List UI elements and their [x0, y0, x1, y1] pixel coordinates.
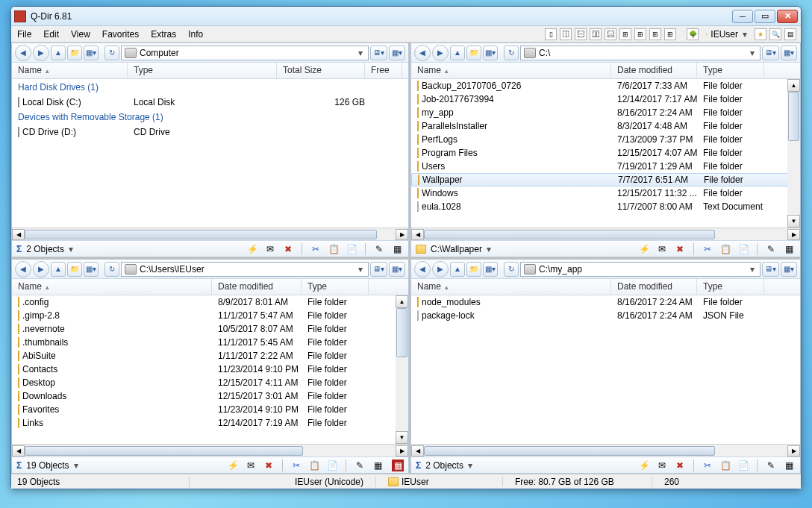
filter-icon[interactable]: ⚡ — [246, 242, 259, 256]
scroll-thumb[interactable] — [25, 230, 377, 239]
layout-3a-icon[interactable]: ⿲ — [590, 28, 602, 40]
list-item[interactable]: .thumbnails11/1/2017 5:45 AMFile folder — [12, 336, 408, 349]
fwd-button[interactable]: ▶ — [33, 261, 49, 277]
tree-toggle-icon[interactable]: 🌳 — [687, 28, 699, 40]
list-item[interactable]: PerfLogs7/13/2009 7:37 PMFile folder — [411, 133, 800, 146]
copy-button[interactable]: ▦▾ — [781, 46, 797, 60]
refresh-button[interactable]: ↻ — [104, 262, 119, 277]
scroll-thumb[interactable] — [396, 308, 407, 357]
close-button[interactable]: ✕ — [777, 10, 798, 23]
mail-icon[interactable]: ✉ — [244, 459, 257, 472]
address-dropdown-icon[interactable]: ▾ — [356, 264, 365, 275]
mail-icon[interactable]: ✉ — [655, 459, 669, 472]
column-type[interactable]: Type — [128, 63, 277, 78]
column-date-modified[interactable]: Date modified — [611, 279, 697, 295]
menu-file[interactable]: File — [11, 27, 37, 42]
menu-view[interactable]: View — [65, 27, 96, 42]
fwd-button[interactable]: ▶ — [432, 45, 449, 61]
column-name[interactable]: Name ▲ — [12, 279, 212, 295]
column-name[interactable]: Name ▲ — [411, 279, 611, 295]
column-type[interactable]: Type — [697, 63, 764, 78]
refresh-button[interactable]: ↻ — [504, 262, 519, 277]
list-item[interactable]: Local Disk (C:)Local Disk126 GB — [12, 95, 408, 109]
scroll-thumb[interactable] — [25, 446, 303, 456]
address-dropdown-icon[interactable]: ▾ — [748, 264, 757, 275]
refresh-button[interactable]: ↻ — [504, 46, 519, 60]
titlebar[interactable]: Q-Dir 6.81 ─ ▭ ✕ — [11, 7, 801, 26]
scroll-left-icon[interactable]: ◀ — [411, 445, 424, 457]
layout-4-icon[interactable]: ⊞ — [619, 28, 631, 40]
group-header[interactable]: Hard Disk Drives (1) — [12, 79, 408, 95]
list-item[interactable]: CD Drive (D:)CD Drive — [12, 125, 408, 139]
scroll-up-icon[interactable]: ▲ — [787, 79, 800, 92]
folders-button[interactable]: 📁 — [466, 262, 481, 277]
layout-4c-icon[interactable]: ⊞ — [649, 28, 661, 40]
filter-icon[interactable]: ⚡ — [637, 242, 651, 256]
layout-4d-icon[interactable]: ⊞ — [664, 28, 676, 40]
back-button[interactable]: ◀ — [414, 45, 431, 61]
menu-edit[interactable]: Edit — [37, 27, 65, 42]
folders-button[interactable]: 📁 — [67, 46, 82, 60]
file-list[interactable]: Backup_20170706_07267/6/2017 7:33 AMFile… — [411, 79, 800, 228]
list-item[interactable]: Backup_20170706_07267/6/2017 7:33 AMFile… — [411, 79, 800, 92]
list-item[interactable]: Users7/19/2017 1:29 AMFile folder — [411, 160, 800, 173]
address-bar[interactable]: C:\▾ — [520, 46, 761, 60]
menu-favorites[interactable]: Favorites — [96, 27, 145, 42]
copy-button[interactable]: ▦▾ — [781, 262, 797, 277]
horizontal-scrollbar[interactable]: ◀▶ — [411, 228, 800, 240]
fwd-button[interactable]: ▶ — [432, 261, 449, 277]
list-item[interactable]: ParallelsInstaller8/3/2017 4:48 AMFile f… — [411, 119, 800, 133]
copy-icon[interactable]: 📋 — [719, 242, 732, 256]
menu-icon[interactable]: ▤ — [784, 28, 796, 40]
address-bar[interactable]: Computer▾ — [121, 46, 369, 60]
record-icon[interactable]: ▦ — [392, 460, 404, 471]
column-total-size[interactable]: Total Size — [277, 63, 365, 78]
monitor-button[interactable]: 🖥▾ — [370, 46, 387, 60]
refresh-button[interactable]: ↻ — [104, 46, 119, 60]
cut-icon[interactable]: ✂ — [290, 459, 303, 472]
list-item[interactable]: Wallpaper7/7/2017 6:51 AMFile folder — [411, 173, 800, 186]
monitor-button[interactable]: 🖥▾ — [370, 262, 387, 277]
list-item[interactable]: Downloads12/15/2017 3:01 AMFile folder — [12, 389, 408, 403]
maximize-button[interactable]: ▭ — [755, 10, 775, 23]
cut-icon[interactable]: ✂ — [701, 459, 714, 472]
list-item[interactable]: Program Files12/15/2017 4:07 AMFile fold… — [411, 146, 800, 160]
props-icon[interactable]: ▦ — [782, 242, 796, 256]
magnify-icon[interactable]: 🔍 — [769, 28, 781, 40]
views-button[interactable]: ▦▾ — [84, 262, 99, 277]
column-free[interactable]: Free — [365, 63, 402, 78]
list-item[interactable]: Job-2017767399412/14/2017 7:17 AMFile fo… — [411, 92, 800, 106]
list-item[interactable]: my_app8/16/2017 2:24 AMFile folder — [411, 106, 800, 119]
address-bar[interactable]: C:\my_app▾ — [520, 262, 761, 277]
cut-icon[interactable]: ✂ — [309, 242, 322, 256]
summary-dropdown-icon[interactable]: ▾ — [74, 460, 78, 471]
edit-icon[interactable]: ✎ — [372, 242, 386, 256]
delete-icon[interactable]: ✖ — [262, 459, 275, 472]
scroll-left-icon[interactable]: ◀ — [411, 229, 424, 240]
delete-icon[interactable]: ✖ — [673, 459, 687, 472]
summary-dropdown-icon[interactable]: ▾ — [69, 244, 73, 254]
folders-button[interactable]: 📁 — [67, 262, 82, 277]
filter-icon[interactable]: ⚡ — [226, 459, 240, 472]
scroll-down-icon[interactable]: ▼ — [396, 431, 408, 444]
scroll-left-icon[interactable]: ◀ — [12, 229, 25, 240]
column-date-modified[interactable]: Date modified — [611, 63, 697, 78]
scroll-down-icon[interactable]: ▼ — [787, 215, 800, 228]
horizontal-scrollbar[interactable]: ◀▶ — [12, 228, 408, 240]
summary-dropdown-icon[interactable]: ▾ — [468, 460, 472, 471]
edit-icon[interactable]: ✎ — [764, 459, 778, 472]
menu-extras[interactable]: Extras — [145, 27, 182, 42]
list-item[interactable]: Windows12/15/2017 11:32 ...File folder — [411, 186, 800, 200]
horizontal-scrollbar[interactable]: ◀▶ — [411, 444, 800, 457]
back-button[interactable]: ◀ — [15, 45, 31, 61]
scroll-right-icon[interactable]: ▶ — [396, 445, 408, 457]
file-list[interactable]: Hard Disk Drives (1)Local Disk (C:)Local… — [12, 79, 408, 228]
scroll-thumb[interactable] — [788, 92, 799, 141]
vertical-scrollbar[interactable]: ▲▼ — [787, 79, 800, 228]
column-type[interactable]: Type — [302, 279, 369, 295]
vertical-scrollbar[interactable]: ▲▼ — [396, 295, 408, 444]
views-button[interactable]: ▦▾ — [483, 262, 498, 277]
filter-icon[interactable]: ⚡ — [637, 459, 651, 472]
list-item[interactable]: .config8/9/2017 8:01 AMFile folder — [12, 295, 408, 309]
copy-icon[interactable]: 📋 — [719, 459, 732, 472]
